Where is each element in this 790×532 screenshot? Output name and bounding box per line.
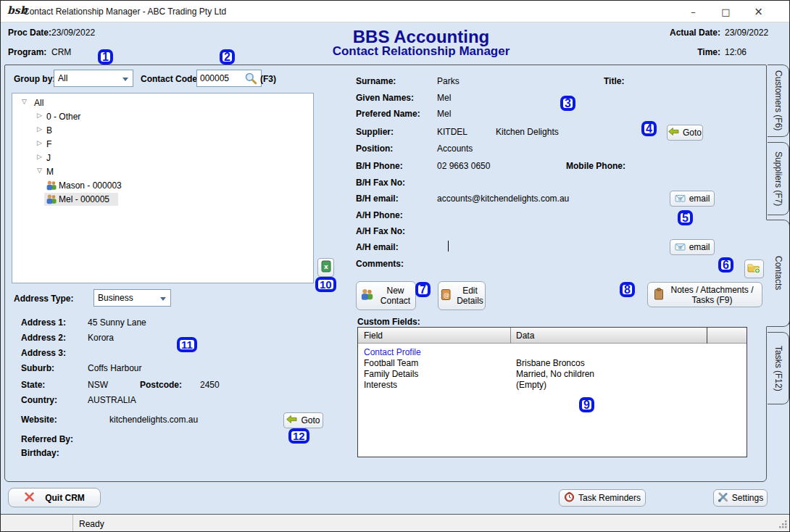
annotation-badge-7: 7 bbox=[415, 282, 431, 297]
contact-tree[interactable]: ▽ All ▷ 0 - Other ▷ B ▷ F ▷ J ▽ M bbox=[12, 93, 314, 283]
supplier-name-value: Kitchen Delights bbox=[496, 127, 559, 137]
new-contact-button[interactable]: New Contact bbox=[356, 281, 416, 310]
title-bar: bsb Contact Relationship Manager - ABC T… bbox=[1, 1, 789, 22]
state-value: NSW bbox=[88, 380, 108, 390]
tree-item-label: F bbox=[46, 139, 51, 149]
bh-fax-label: B/H Fax No: bbox=[356, 178, 405, 188]
bh-email-button[interactable]: @ email bbox=[670, 191, 715, 207]
annotation-badge-1: 1 bbox=[98, 49, 113, 65]
address-type-label: Address Type: bbox=[14, 294, 73, 304]
email-icon: @ bbox=[675, 194, 686, 204]
notes-attachments-tasks-label: Notes / Attachments / Tasks (F9) bbox=[668, 285, 757, 305]
field-cell: Football Team bbox=[364, 358, 418, 368]
email-label: email bbox=[689, 242, 710, 252]
tree-item-all[interactable]: ▽ All bbox=[12, 96, 313, 110]
email-label: email bbox=[689, 194, 710, 204]
column-divider bbox=[707, 328, 707, 344]
bh-phone-label: B/H Phone: bbox=[356, 161, 403, 171]
collapse-icon[interactable]: ▽ bbox=[22, 98, 27, 105]
task-reminders-button[interactable]: Task Reminders bbox=[559, 489, 646, 507]
tree-item-j[interactable]: ▷ J bbox=[12, 151, 313, 165]
resize-grip[interactable] bbox=[778, 520, 787, 531]
proc-date-label: Proc Date: bbox=[8, 28, 51, 38]
website-label: Website: bbox=[21, 415, 57, 425]
tree-item-b[interactable]: ▷ B bbox=[12, 124, 313, 138]
group-by-select[interactable]: All bbox=[54, 70, 133, 87]
annotation-badge-8: 8 bbox=[620, 282, 635, 297]
column-header-field[interactable]: Field bbox=[364, 331, 383, 341]
status-text: Ready bbox=[79, 519, 104, 529]
field-cell[interactable]: Contact Profile bbox=[364, 347, 421, 357]
expand-icon[interactable]: ▷ bbox=[37, 153, 42, 160]
address2-label: Address 2: bbox=[21, 333, 66, 343]
tab-customers[interactable]: Customers (F6) bbox=[768, 65, 789, 137]
comments-label: Comments: bbox=[356, 259, 404, 269]
column-divider[interactable] bbox=[510, 328, 511, 344]
chevron-down-icon bbox=[160, 297, 166, 301]
edit-details-button[interactable]: @ Edit Details bbox=[438, 281, 486, 310]
tree-item-label: Mel - 000005 bbox=[59, 194, 109, 204]
supplier-label: Supplier: bbox=[356, 127, 394, 137]
program-label: Program: bbox=[8, 47, 46, 57]
contacts-icon bbox=[360, 288, 375, 303]
annotation-badge-2: 2 bbox=[220, 49, 235, 65]
settings-button[interactable]: Settings bbox=[713, 489, 768, 507]
address-type-value: Business bbox=[98, 293, 133, 303]
expand-icon[interactable]: ▷ bbox=[37, 139, 42, 146]
excel-export-button[interactable]: x bbox=[317, 258, 334, 277]
tab-tasks[interactable]: Tasks (F12) bbox=[768, 332, 789, 404]
status-bar: Ready bbox=[1, 514, 789, 532]
website-value: kitchendelights.com.au bbox=[109, 415, 198, 425]
quit-icon bbox=[24, 491, 35, 504]
notes-attachments-tasks-button[interactable]: Notes / Attachments / Tasks (F9) bbox=[647, 282, 762, 307]
custom-fields-table: Field Data Contact Profile Football Team… bbox=[357, 327, 747, 457]
field-cell: Interests bbox=[364, 380, 397, 390]
contacts-icon bbox=[46, 180, 58, 193]
state-label: State: bbox=[21, 380, 45, 390]
mobile-phone-label: Mobile Phone: bbox=[566, 161, 625, 171]
contact-code-hint: (F3) bbox=[260, 74, 276, 84]
tree-item-other[interactable]: ▷ 0 - Other bbox=[12, 110, 313, 124]
group-by-label: Group by: bbox=[14, 74, 55, 84]
quit-crm-button[interactable]: Quit CRM bbox=[8, 488, 101, 507]
goto-label: Goto bbox=[301, 415, 320, 425]
postcode-label: Postcode: bbox=[140, 380, 182, 390]
address-book-icon: @ bbox=[439, 288, 452, 303]
position-label: Position: bbox=[356, 144, 393, 154]
tab-suppliers[interactable]: Suppliers (F7) bbox=[768, 142, 789, 215]
expand-icon[interactable]: ▷ bbox=[37, 125, 42, 133]
window-title: Contact Relationship Manager - ABC Tradi… bbox=[23, 7, 226, 17]
ah-email-button[interactable]: @ email bbox=[670, 239, 715, 255]
tree-item-f[interactable]: ▷ F bbox=[12, 138, 313, 151]
address-type-select[interactable]: Business bbox=[93, 289, 171, 307]
supplier-goto-button[interactable]: Goto bbox=[667, 125, 703, 141]
tree-item-mel-selected[interactable]: Mel - 000005 bbox=[12, 193, 313, 207]
tree-item-m[interactable]: ▽ M bbox=[12, 165, 313, 179]
annotation-badge-9: 9 bbox=[579, 397, 594, 412]
tab-contacts[interactable]: Contacts bbox=[766, 220, 790, 327]
tree-item-mason[interactable]: Mason - 000003 bbox=[12, 179, 313, 193]
ah-email-label: A/H email: bbox=[356, 242, 399, 252]
actual-date-value: 23/09/2022 bbox=[725, 28, 768, 38]
collapse-icon[interactable]: ▽ bbox=[37, 167, 42, 174]
annotation-badge-11: 11 bbox=[177, 337, 197, 352]
tree-item-label: M bbox=[46, 167, 54, 177]
minimize-button[interactable]: – bbox=[677, 1, 710, 22]
position-value: Accounts bbox=[437, 144, 473, 154]
expand-icon[interactable]: ▷ bbox=[37, 112, 42, 119]
settings-label: Settings bbox=[732, 493, 763, 503]
column-header-data[interactable]: Data bbox=[516, 331, 534, 341]
quit-crm-label: Quit CRM bbox=[45, 493, 85, 503]
postcode-value: 2450 bbox=[200, 380, 220, 390]
add-folder-icon bbox=[747, 262, 761, 276]
data-cell: Brisbane Broncos bbox=[516, 358, 585, 368]
surname-value: Parks bbox=[437, 76, 460, 86]
website-goto-button[interactable]: Goto bbox=[283, 412, 323, 428]
close-button[interactable]: × bbox=[742, 1, 775, 22]
search-icon[interactable] bbox=[244, 72, 257, 87]
add-folder-button[interactable] bbox=[744, 259, 764, 278]
text-caret bbox=[448, 241, 449, 252]
maximize-button[interactable]: □ bbox=[710, 1, 742, 22]
surname-label: Surname: bbox=[356, 76, 396, 86]
ah-phone-label: A/H Phone: bbox=[356, 210, 403, 220]
